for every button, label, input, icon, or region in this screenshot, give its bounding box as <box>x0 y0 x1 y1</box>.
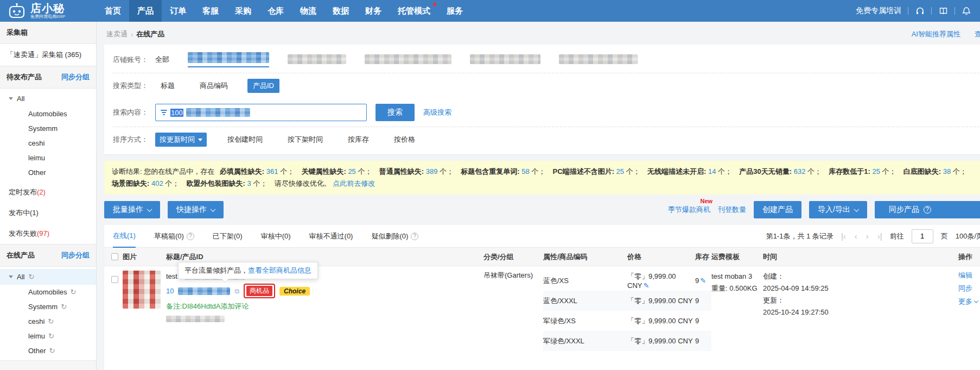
tab-drafts[interactable]: 草稿箱(0) <box>154 225 194 248</box>
sort-row: 排序方式： 按更新时间 按创建时间 按下架时间 按库存 按价格 <box>113 127 980 152</box>
nav-item-customer-service[interactable]: 客服 <box>194 0 227 22</box>
sort-by-update-time[interactable]: 按更新时间 <box>155 133 207 147</box>
refresh-icon[interactable] <box>48 332 54 340</box>
store-account-redacted[interactable] <box>559 54 638 66</box>
nav-item-managed-mode[interactable]: 托管模式 <box>390 0 438 22</box>
search-button[interactable]: 搜索 <box>376 104 415 121</box>
sidebar-item-publish-failed[interactable]: 发布失败(97) <box>0 223 96 244</box>
store-filter-all[interactable]: 全部 <box>155 55 169 65</box>
nav-item-warehouse[interactable]: 仓库 <box>259 0 292 22</box>
view-more-link[interactable]: 查看 <box>975 29 980 39</box>
sidebar-item-leimu[interactable]: leimu <box>0 150 96 165</box>
sidebar-item-all[interactable]: All <box>0 91 96 106</box>
sync-group-link[interactable]: 同步分组 <box>61 250 90 260</box>
sort-by-stock[interactable]: 按库存 <box>343 133 373 147</box>
refresh-icon[interactable] <box>28 273 34 281</box>
nav-item-products[interactable]: 产品 <box>129 0 162 22</box>
quick-actions-button[interactable]: 快捷操作 <box>168 201 224 218</box>
filter-funnel-icon[interactable] <box>160 109 168 116</box>
sidebar-item-systemm[interactable]: Systemm <box>0 121 96 136</box>
sidebar-item-online-other[interactable]: Other <box>0 343 96 358</box>
bell-icon[interactable] <box>962 6 971 16</box>
search-type-title[interactable]: 标题 <box>155 79 180 93</box>
nav-item-logistics[interactable]: 物流 <box>292 0 324 22</box>
nav-item-orders[interactable]: 订单 <box>162 0 194 22</box>
sort-by-create-time[interactable]: 按创建时间 <box>223 133 267 147</box>
bulk-actions-button[interactable]: 批量操作 <box>104 201 160 218</box>
nav-item-home[interactable]: 首页 <box>97 0 129 22</box>
chevron-down-icon[interactable] <box>9 97 13 100</box>
next-page-icon[interactable]: › <box>866 231 869 241</box>
tab-online[interactable]: 在线(1) <box>113 225 136 248</box>
refresh-icon[interactable] <box>48 317 54 325</box>
sidebar-item-aliexpress-collect-box[interactable]: 「速卖通」采集箱 (365) <box>0 44 96 66</box>
listing-count-link[interactable]: 刊登数量 <box>718 205 746 215</box>
last-page-icon[interactable]: ›| <box>877 231 882 241</box>
product-id-link[interactable]: 10 <box>166 287 174 295</box>
page-size-select[interactable]: 100条/页 <box>956 231 980 241</box>
store-account-redacted[interactable] <box>288 54 346 66</box>
advanced-search-link[interactable]: 高级搜索 <box>423 108 451 117</box>
go-fix-link[interactable]: 点此前去修改 <box>333 179 375 187</box>
sidebar-item-online-leimu[interactable]: leimu <box>0 329 96 343</box>
refresh-icon[interactable] <box>61 303 67 311</box>
breadcrumb-parent[interactable]: 速卖通 <box>106 29 128 39</box>
import-export-button[interactable]: 导入/导出 <box>809 201 867 218</box>
edit-stock-icon[interactable] <box>700 277 706 285</box>
help-icon[interactable] <box>187 233 194 240</box>
sidebar-item-online-systemm[interactable]: Systemm <box>0 299 96 314</box>
remark-link[interactable]: 备注:DI846HdtdA添加评论 <box>166 302 483 311</box>
sidebar-item-online-ceshi[interactable]: ceshi <box>0 314 96 329</box>
create-product-button[interactable]: 创建产品 <box>754 201 801 218</box>
store-account-redacted-selected[interactable] <box>188 52 269 67</box>
seasonal-hot-opportunity-link[interactable]: 季节爆款商机 New <box>668 205 710 215</box>
tab-suspected-deleted[interactable]: 疑似删除(0) <box>371 225 418 248</box>
help-icon[interactable] <box>411 233 418 240</box>
sidebar-item-scheduled-publish[interactable]: 定时发布(2) <box>0 182 96 203</box>
sync-link[interactable]: 同步 <box>958 284 980 293</box>
view-all-opportunity-link[interactable]: 查看全部商机品信息 <box>248 266 311 274</box>
tab-delisted[interactable]: 已下架(0) <box>213 225 243 248</box>
product-thumbnail[interactable] <box>123 271 161 309</box>
nav-item-services[interactable]: 服务 <box>438 0 471 22</box>
sync-products-button[interactable]: 同步产品 <box>875 201 980 218</box>
edit-price-icon[interactable] <box>643 281 649 290</box>
free-training-link[interactable]: 免费专属培训 <box>856 6 901 16</box>
manual-book-icon[interactable] <box>938 6 948 16</box>
refresh-icon[interactable] <box>49 347 55 355</box>
logo-title: 店小秘 <box>30 3 65 14</box>
sidebar-item-online-automobiles[interactable]: Automobiles <box>0 285 96 299</box>
sidebar-item-online-all[interactable]: All <box>0 269 96 285</box>
nav-item-data[interactable]: 数据 <box>324 0 357 22</box>
sidebar-item-automobiles[interactable]: Automobiles <box>0 106 96 121</box>
search-input[interactable]: 100 <box>155 104 367 121</box>
chevron-down-icon[interactable] <box>9 275 13 278</box>
ai-recommend-attributes-link[interactable]: AI智能推荐属性 <box>912 29 960 39</box>
nav-item-purchase[interactable]: 采购 <box>227 0 259 22</box>
sidebar-item-publishing[interactable]: 发布中(1) <box>0 203 96 223</box>
select-all-checkbox[interactable] <box>111 253 118 260</box>
store-account-redacted[interactable] <box>470 54 540 66</box>
app-logo[interactable]: 店小秘 免费跨境电商ERP <box>0 3 97 19</box>
sort-by-delist-time[interactable]: 按下架时间 <box>283 133 327 147</box>
sidebar-item-ceshi[interactable]: ceshi <box>0 136 96 150</box>
sidebar-item-other[interactable]: Other <box>0 165 96 180</box>
refresh-icon[interactable] <box>71 288 77 296</box>
headset-icon[interactable] <box>915 6 925 16</box>
store-account-redacted[interactable] <box>365 54 451 66</box>
search-type-sku[interactable]: 商品编码 <box>194 79 233 93</box>
more-link[interactable]: 更多 <box>958 297 980 306</box>
tab-review-rejected[interactable]: 审核不通过(0) <box>309 225 353 248</box>
copy-icon[interactable]: ⧉ <box>234 287 239 295</box>
tab-under-review[interactable]: 审核中(0) <box>261 225 291 248</box>
prev-page-icon[interactable]: ‹ <box>855 231 857 241</box>
first-page-icon[interactable]: |‹ <box>841 231 846 241</box>
sync-group-link[interactable]: 同步分组 <box>61 72 90 82</box>
row-checkbox[interactable] <box>111 276 118 283</box>
shipping-template: test moban 3 <box>711 271 763 283</box>
search-type-product-id[interactable]: 产品ID <box>247 79 279 93</box>
sort-by-price[interactable]: 按价格 <box>390 133 419 147</box>
edit-link[interactable]: 编辑 <box>958 271 980 280</box>
page-number-input[interactable] <box>912 229 933 243</box>
nav-item-finance[interactable]: 财务 <box>357 0 390 22</box>
